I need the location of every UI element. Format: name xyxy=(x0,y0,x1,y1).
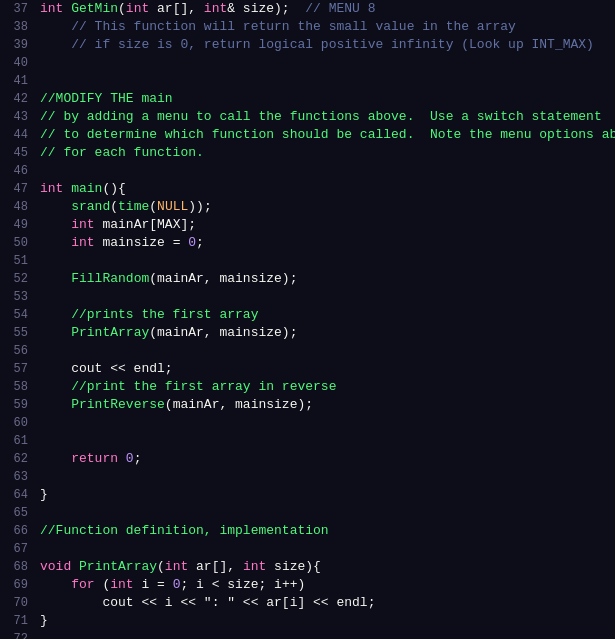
line-content: // if size is 0, return logical positive… xyxy=(36,36,594,54)
line-number: 50 xyxy=(0,234,36,252)
code-line: 48 srand(time(NULL)); xyxy=(0,198,615,216)
token-plain xyxy=(40,397,71,412)
token-cm-green: //MODIFY THE main xyxy=(40,91,173,106)
line-content: int GetMin(int ar[], int& size); // MENU… xyxy=(36,0,376,18)
line-number: 57 xyxy=(0,360,36,378)
line-content: // for each function. xyxy=(36,144,204,162)
line-content: } xyxy=(36,612,48,630)
code-line: 51 xyxy=(0,252,615,270)
token-kw: void xyxy=(40,559,71,574)
token-num: 0 xyxy=(188,235,196,250)
code-line: 56 xyxy=(0,342,615,360)
line-number: 65 xyxy=(0,504,36,522)
token-plain xyxy=(40,199,71,214)
token-plain: )); xyxy=(188,199,211,214)
line-number: 70 xyxy=(0,594,36,612)
code-line: 39 // if size is 0, return logical posit… xyxy=(0,36,615,54)
token-kw: int xyxy=(204,1,227,16)
line-content xyxy=(36,630,48,639)
line-number: 53 xyxy=(0,288,36,306)
code-line: 52 FillRandom(mainAr, mainsize); xyxy=(0,270,615,288)
token-plain: ( xyxy=(95,577,111,592)
token-fn: GetMin xyxy=(71,1,118,16)
token-plain: mainAr[MAX]; xyxy=(95,217,196,232)
line-content xyxy=(36,342,48,360)
token-plain xyxy=(40,217,71,232)
token-plain: mainsize = xyxy=(95,235,189,250)
line-content: for (int i = 0; i < size; i++) xyxy=(36,576,305,594)
line-content: //Function definition, implementation xyxy=(36,522,329,540)
code-line: 70 cout << i << ": " << ar[i] << endl; xyxy=(0,594,615,612)
token-plain: ( xyxy=(157,559,165,574)
code-line: 37int GetMin(int ar[], int& size); // ME… xyxy=(0,0,615,18)
code-line: 66//Function definition, implementation xyxy=(0,522,615,540)
token-cm-green: // for each function. xyxy=(40,145,204,160)
token-plain: cout << endl; xyxy=(40,361,173,376)
code-line: 46 xyxy=(0,162,615,180)
line-content: // to determine which function should be… xyxy=(36,126,615,144)
line-number: 72 xyxy=(0,630,36,639)
token-fn: PrintReverse xyxy=(71,397,165,412)
line-content: cout << i << ": " << ar[i] << endl; xyxy=(36,594,375,612)
code-line: 69 for (int i = 0; i < size; i++) xyxy=(0,576,615,594)
line-content: // by adding a menu to call the function… xyxy=(36,108,602,126)
token-fn: time xyxy=(118,199,149,214)
line-number: 67 xyxy=(0,540,36,558)
code-line: 55 PrintArray(mainAr, mainsize); xyxy=(0,324,615,342)
token-plain: & size); xyxy=(227,1,305,16)
line-content xyxy=(36,414,48,432)
code-line: 60 xyxy=(0,414,615,432)
code-line: 38 // This function will return the smal… xyxy=(0,18,615,36)
token-plain: (mainAr, mainsize); xyxy=(165,397,313,412)
line-number: 43 xyxy=(0,108,36,126)
line-content: //prints the first array xyxy=(36,306,258,324)
token-plain: ; xyxy=(134,451,142,466)
line-content: int mainAr[MAX]; xyxy=(36,216,196,234)
code-line: 64} xyxy=(0,486,615,504)
token-plain: ( xyxy=(110,199,118,214)
line-number: 66 xyxy=(0,522,36,540)
token-plain: } xyxy=(40,613,48,628)
code-line: 71} xyxy=(0,612,615,630)
code-line: 49 int mainAr[MAX]; xyxy=(0,216,615,234)
token-kw: int xyxy=(71,217,94,232)
line-number: 64 xyxy=(0,486,36,504)
token-plain: ar[], xyxy=(149,1,204,16)
token-fn: FillRandom xyxy=(71,271,149,286)
token-kw: int xyxy=(126,1,149,16)
line-number: 56 xyxy=(0,342,36,360)
code-line: 65 xyxy=(0,504,615,522)
token-plain: ; i < size; i++) xyxy=(180,577,305,592)
line-number: 68 xyxy=(0,558,36,576)
line-content: cout << endl; xyxy=(36,360,173,378)
code-editor: 37int GetMin(int ar[], int& size); // ME… xyxy=(0,0,615,639)
token-plain: cout << i << ": " << ar[i] << endl; xyxy=(40,595,375,610)
token-fn: PrintArray xyxy=(79,559,157,574)
token-plain xyxy=(40,271,71,286)
token-kw: int xyxy=(40,1,63,16)
line-number: 59 xyxy=(0,396,36,414)
code-line: 63 xyxy=(0,468,615,486)
line-number: 45 xyxy=(0,144,36,162)
token-kw: int xyxy=(110,577,133,592)
token-plain: ar[], xyxy=(188,559,243,574)
token-macro: NULL xyxy=(157,199,188,214)
line-number: 51 xyxy=(0,252,36,270)
line-content xyxy=(36,468,48,486)
line-number: 62 xyxy=(0,450,36,468)
line-number: 52 xyxy=(0,270,36,288)
code-line: 42//MODIFY THE main xyxy=(0,90,615,108)
line-number: 63 xyxy=(0,468,36,486)
token-cm-green: // to determine which function should be… xyxy=(40,127,615,142)
line-number: 41 xyxy=(0,72,36,90)
line-number: 54 xyxy=(0,306,36,324)
code-line: 47int main(){ xyxy=(0,180,615,198)
code-line: 59 PrintReverse(mainAr, mainsize); xyxy=(0,396,615,414)
line-number: 48 xyxy=(0,198,36,216)
code-line: 58 //print the first array in reverse xyxy=(0,378,615,396)
line-number: 60 xyxy=(0,414,36,432)
token-fn: srand xyxy=(71,199,110,214)
line-content: return 0; xyxy=(36,450,141,468)
token-plain: size){ xyxy=(266,559,321,574)
token-num: 0 xyxy=(126,451,134,466)
